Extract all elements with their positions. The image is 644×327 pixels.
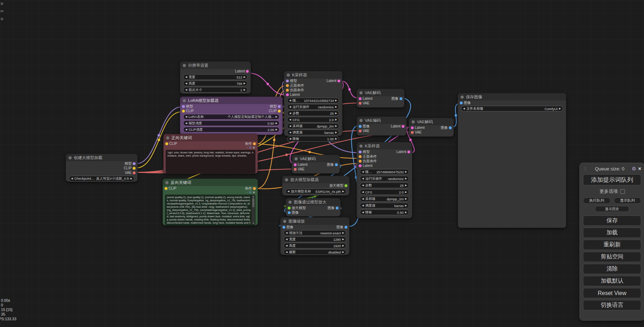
prompt-textarea[interactable]: (worst quality:2), (low quality:2), (nor… (165, 195, 255, 225)
widget-increment-icon[interactable]: ▶ (244, 88, 246, 91)
widget-decrement-icon[interactable]: ◀ (286, 251, 287, 254)
widget-increment-icon[interactable]: ▶ (405, 170, 407, 173)
widget-decrement-icon[interactable]: ◀ (362, 197, 364, 200)
widget-increment-icon[interactable]: ▶ (335, 105, 337, 108)
node-widget[interactable]: ◀高度1920▶ (284, 243, 346, 249)
widget-increment-icon[interactable]: ▶ (276, 115, 277, 118)
node-widget[interactable]: ◀缩放方法nearest-exact▶ (284, 230, 346, 236)
output-port[interactable] (345, 184, 347, 187)
widget-increment-icon[interactable]: ▶ (131, 177, 132, 180)
input-port[interactable] (286, 89, 289, 92)
enable-checkbox-icon[interactable]: ☑ (249, 191, 252, 194)
node-widget[interactable]: ◀文件名前缀ComfyUI▶ (461, 106, 563, 111)
node-save[interactable]: 保存图像图像◀文件名前缀ComfyUI▶ (458, 93, 566, 228)
widget-decrement-icon[interactable]: ◀ (362, 177, 364, 180)
input-port[interactable] (182, 105, 185, 108)
widget-increment-icon[interactable]: ▶ (244, 82, 246, 85)
widget-decrement-icon[interactable]: ◀ (287, 190, 289, 193)
input-port[interactable] (286, 80, 289, 82)
input-port[interactable] (294, 163, 297, 166)
widget-decrement-icon[interactable]: ◀ (286, 238, 287, 241)
widget-decrement-icon[interactable]: ◀ (289, 105, 291, 108)
scroll-thumb[interactable] (252, 198, 254, 207)
visibility-eye-icon[interactable]: ◉ (253, 191, 255, 194)
input-port[interactable] (359, 164, 362, 167)
refresh-button[interactable]: 重刷新 (583, 240, 641, 250)
widget-decrement-icon[interactable]: ◀ (286, 244, 287, 247)
node-widget[interactable]: ◀模型强度0.80▶ (183, 120, 280, 126)
output-port[interactable] (278, 110, 281, 113)
node-widget[interactable]: ◀采样器dpmpp_2m▶ (360, 196, 409, 202)
input-port[interactable] (282, 226, 285, 229)
node-ks2[interactable]: K采样器模型Latent正面条件负面条件Latent◀随机种2574989604… (357, 142, 412, 218)
node-collapse-dot[interactable] (295, 157, 298, 160)
node-widget[interactable]: ◀步数25▶ (287, 110, 339, 116)
input-port[interactable] (460, 102, 463, 104)
widget-decrement-icon[interactable]: ◀ (289, 99, 291, 102)
node-vae_d1[interactable]: VAE解码Latent图像VAE (357, 89, 404, 108)
node-collapse-dot[interactable] (359, 145, 363, 148)
node-widget[interactable]: ◀运行后操作randomize▶ (287, 104, 339, 110)
widget-increment-icon[interactable]: ▶ (405, 197, 407, 200)
widget-increment-icon[interactable]: ▶ (335, 131, 337, 134)
node-collapse-dot[interactable] (183, 64, 186, 67)
node-neg[interactable]: 反向关键词CLIP条件○☑◉(worst quality:2), (low qu… (163, 179, 258, 225)
widget-increment-icon[interactable]: ▶ (342, 190, 344, 193)
scroll-up-icon[interactable]: ▲ (252, 195, 254, 197)
extra-options-checkbox[interactable] (620, 189, 625, 194)
node-widget[interactable]: ◀高度768▶ (183, 81, 248, 86)
textarea-scrollbar[interactable]: ▲▼ (252, 195, 255, 224)
node-collapse-dot[interactable] (183, 99, 186, 102)
output-port[interactable] (400, 97, 402, 100)
widget-increment-icon[interactable]: ▶ (559, 107, 561, 110)
widget-decrement-icon[interactable]: ◀ (185, 76, 187, 78)
input-port[interactable] (359, 160, 362, 163)
node-ckpt[interactable]: 创建大模型加载模型CLIPVAE◀Checkpoint名称真人写实V小清新_4.… (66, 154, 138, 182)
node-collapse-dot[interactable] (359, 91, 363, 94)
widget-decrement-icon[interactable]: ◀ (289, 125, 291, 127)
node-collapse-dot[interactable] (285, 178, 288, 181)
node-widget[interactable]: ◀降噪1.00▶ (287, 136, 339, 142)
node-widget[interactable]: ◀运行后操作randomize▶ (360, 176, 409, 181)
widget-decrement-icon[interactable]: ◀ (362, 211, 364, 214)
queue-front-button[interactable]: 执行队列 (583, 197, 611, 204)
node-collapse-dot[interactable] (166, 136, 169, 140)
output-port[interactable] (246, 70, 249, 73)
node-vae_d3[interactable]: VAE解码Latent图像VAE (409, 118, 454, 137)
widget-decrement-icon[interactable]: ◀ (289, 137, 291, 140)
output-port[interactable] (278, 105, 281, 108)
input-port[interactable] (294, 168, 297, 171)
output-port[interactable] (253, 142, 256, 145)
node-widget[interactable]: ◀调度器karras▶ (287, 130, 339, 135)
node-collapse-dot[interactable] (165, 181, 169, 184)
widget-increment-icon[interactable]: ▶ (405, 204, 407, 207)
widget-increment-icon[interactable]: ▶ (342, 231, 344, 234)
input-port[interactable] (182, 110, 185, 113)
widget-decrement-icon[interactable]: ◀ (185, 88, 187, 91)
output-port[interactable] (337, 80, 340, 82)
node-widget[interactable]: ◀裁剪disabled▶ (284, 249, 346, 255)
widget-increment-icon[interactable]: ▶ (335, 118, 337, 121)
output-port[interactable] (402, 125, 404, 128)
input-port[interactable] (411, 131, 414, 134)
view-history-button[interactable]: 显示历史 (595, 206, 629, 212)
input-port[interactable] (288, 211, 291, 214)
widget-decrement-icon[interactable]: ◀ (289, 118, 291, 121)
node-up_loader[interactable]: 放大模型加载器放大模型◀放大模型名称ESRGAN_4x.pth▶ (282, 176, 349, 196)
widget-decrement-icon[interactable]: ◀ (185, 115, 187, 118)
node-widget[interactable]: ◀放大模型名称ESRGAN_4x.pth▶ (285, 189, 346, 194)
clipspace-button[interactable]: 剪贴空间 (583, 252, 641, 262)
node-pos[interactable]: 正向关键词CLIP条件○☑◉1girl, solo, brown hair, j… (163, 134, 258, 174)
input-port[interactable] (359, 130, 362, 132)
node-graph-canvas[interactable]: : 0.00s : 0 : 15 [15] : 35 PS:133.33 ⋮ Q… (0, 0, 644, 327)
node-lora[interactable]: LoRA模型加载器模型模型CLIPCLIP◀LoRA名称个人模型定制如需定制个人… (180, 97, 283, 135)
widget-increment-icon[interactable]: ▶ (244, 76, 246, 78)
node-collapse-dot[interactable] (461, 96, 464, 99)
output-port[interactable] (336, 207, 338, 209)
node-widget[interactable]: ◀批次大小1▶ (183, 87, 248, 93)
menu-drag-handle-icon[interactable]: ⋮ (583, 166, 588, 171)
widget-decrement-icon[interactable]: ◀ (185, 82, 187, 85)
visibility-eye-icon[interactable]: ◉ (253, 146, 255, 149)
load-workflow-button[interactable]: 加载 (583, 228, 641, 238)
toggle-language-button[interactable]: 切换语言 (583, 300, 641, 310)
